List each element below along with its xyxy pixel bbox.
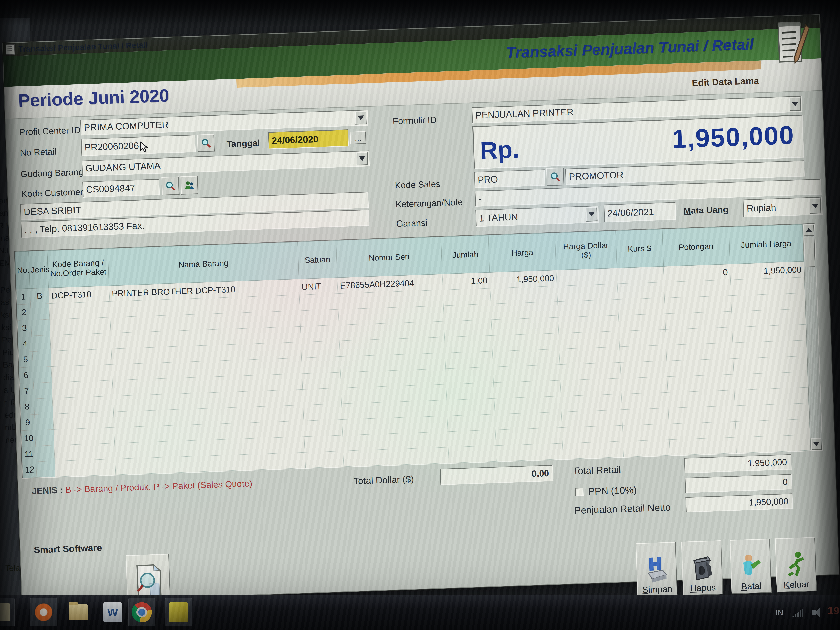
ppn-checkbox[interactable]	[575, 488, 583, 496]
cell-no[interactable]: 6	[19, 367, 33, 384]
garansi-expiry-field[interactable]: 24/06/2021	[604, 202, 676, 222]
cell-kode[interactable]	[49, 302, 110, 319]
cell-jenis[interactable]	[35, 429, 54, 446]
cell-no[interactable]: 11	[22, 446, 36, 462]
cell-potongan[interactable]	[666, 343, 733, 361]
cell-jumlah[interactable]	[447, 398, 495, 416]
cell-jenis[interactable]	[33, 382, 52, 399]
cell-total[interactable]	[736, 435, 810, 453]
mata-uang-combobox[interactable]: Rupiah	[743, 197, 823, 218]
cell-harga[interactable]	[491, 302, 558, 320]
cell-potongan[interactable]: 0	[663, 264, 731, 282]
taskbar-word[interactable]: W	[99, 598, 126, 626]
cell-kurs[interactable]	[617, 282, 665, 300]
cell-potongan[interactable]	[666, 358, 734, 377]
cell-total[interactable]	[733, 340, 807, 358]
cell-jumlah[interactable]	[445, 351, 493, 368]
cell-jenis[interactable]	[36, 445, 55, 462]
cell-satuan[interactable]	[303, 404, 342, 421]
cell-kode[interactable]	[54, 443, 115, 461]
cell-potongan[interactable]	[669, 437, 737, 455]
cell-no[interactable]: 3	[17, 320, 32, 336]
cell-kurs[interactable]	[618, 298, 665, 315]
cell-total[interactable]	[735, 403, 809, 422]
cell-dollar[interactable]	[561, 410, 622, 428]
cell-kode[interactable]: DCP-T310	[49, 286, 110, 304]
cell-total[interactable]	[734, 372, 808, 390]
cell-potongan[interactable]	[669, 422, 736, 439]
taskbar-media-app[interactable]	[30, 598, 57, 626]
cell-harga[interactable]	[495, 428, 562, 445]
cell-total[interactable]	[733, 356, 807, 374]
cell-satuan[interactable]	[304, 419, 343, 437]
cell-kurs[interactable]	[619, 314, 666, 331]
cell-dollar[interactable]	[558, 315, 619, 333]
cell-dollar[interactable]	[560, 378, 621, 396]
cell-satuan[interactable]	[302, 372, 341, 389]
cell-harga[interactable]: 1,950,000	[489, 270, 557, 288]
cell-jumlah[interactable]	[444, 320, 492, 337]
taskbar-app-partial[interactable]	[0, 598, 14, 626]
cell-harga[interactable]	[491, 317, 559, 335]
cell-no[interactable]: 8	[20, 399, 34, 415]
cell-jumlah[interactable]	[443, 288, 491, 306]
cell-satuan[interactable]: UNIT	[299, 278, 338, 295]
simpan-button[interactable]: Simpan	[636, 542, 677, 597]
cell-jenis[interactable]	[30, 304, 50, 320]
total-dollar-field[interactable]: 0.00	[440, 465, 553, 485]
taskbar-package-app[interactable]	[165, 598, 192, 626]
cell-harga[interactable]	[490, 286, 557, 304]
cell-no[interactable]: 4	[18, 336, 32, 352]
cell-satuan[interactable]	[300, 325, 339, 342]
cell-no[interactable]: 12	[22, 462, 36, 478]
chevron-down-icon[interactable]	[357, 152, 368, 165]
speaker-icon[interactable]	[812, 610, 816, 616]
cell-harga[interactable]	[494, 396, 561, 414]
cell-kode[interactable]	[53, 412, 114, 429]
cell-kode[interactable]	[51, 349, 112, 366]
batal-button[interactable]: Batal	[730, 538, 772, 594]
cell-jumlah[interactable]	[445, 367, 494, 384]
sales-search-button[interactable]	[546, 167, 564, 186]
taskbar-chrome[interactable]	[128, 598, 155, 626]
cell-total[interactable]: 1,950,000	[730, 262, 804, 280]
cell-total[interactable]	[732, 324, 807, 343]
cell-total[interactable]	[731, 309, 806, 327]
cell-total[interactable]	[731, 277, 805, 295]
cell-seri[interactable]	[343, 447, 449, 467]
cell-jumlah[interactable]	[448, 446, 496, 463]
cell-kurs[interactable]	[623, 440, 670, 457]
cell-satuan[interactable]	[305, 451, 344, 468]
cell-kurs[interactable]	[617, 266, 664, 284]
cell-jumlah[interactable]	[448, 430, 496, 447]
cell-harga[interactable]	[492, 333, 559, 351]
cell-satuan[interactable]	[301, 341, 340, 358]
cell-potongan[interactable]	[664, 280, 731, 298]
cell-jenis[interactable]	[34, 398, 53, 414]
cell-satuan[interactable]	[303, 388, 342, 405]
tanggal-browse-button[interactable]: ...	[350, 131, 366, 144]
cell-dollar[interactable]	[559, 331, 620, 349]
taskbar-folder[interactable]	[65, 598, 92, 626]
cell-kurs[interactable]	[621, 377, 668, 394]
tanggal-input[interactable]: 24/06/2020	[268, 129, 349, 149]
customer-detail-button[interactable]	[180, 176, 198, 195]
cell-kurs[interactable]	[622, 424, 669, 441]
cell-total[interactable]	[734, 387, 809, 406]
cell-potongan[interactable]	[667, 374, 734, 392]
cell-potongan[interactable]	[666, 327, 733, 345]
chevron-down-icon[interactable]	[586, 207, 597, 221]
cell-no[interactable]: 5	[18, 352, 33, 368]
taskbar-clock[interactable]: 19:	[828, 605, 840, 617]
cell-harga[interactable]	[495, 412, 562, 430]
cell-jenis[interactable]	[32, 335, 51, 352]
scrollbar-thumb[interactable]	[804, 237, 815, 267]
cell-dollar[interactable]	[561, 394, 622, 412]
chevron-down-icon[interactable]	[355, 111, 367, 125]
cell-harga[interactable]	[493, 365, 560, 383]
cell-kurs[interactable]	[621, 392, 668, 410]
cell-kurs[interactable]	[620, 361, 667, 378]
cell-satuan[interactable]	[302, 357, 341, 374]
scroll-down-button[interactable]	[811, 438, 822, 450]
cell-no[interactable]: 2	[17, 304, 31, 321]
